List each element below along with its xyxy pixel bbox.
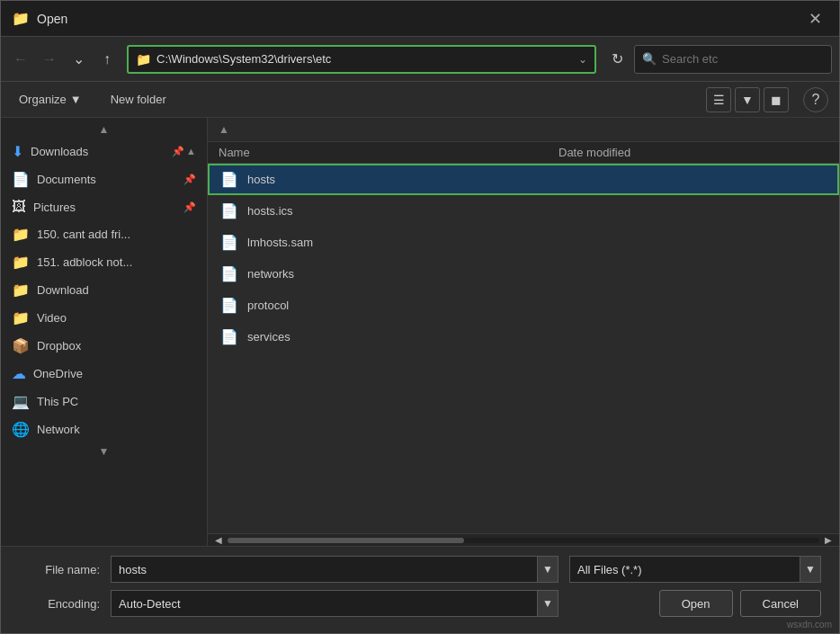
file-icon-services: 📄 (220, 328, 238, 345)
sidebar-folder1-label: 150. cant add fri... (37, 228, 196, 241)
hscroll-track[interactable] (228, 538, 819, 543)
filetype-select[interactable]: All Files (*.*) (569, 556, 800, 583)
file-name-lmhosts: lmhosts.sam (247, 236, 548, 249)
hscroll-right-arrow[interactable]: ▶ (821, 533, 836, 546)
chevron-up-icon: ▲ (186, 146, 196, 157)
dropdown-button[interactable]: ⌄ (66, 47, 91, 72)
address-bar[interactable]: 📁 C:\Windows\System32\drivers\etc ⌄ (127, 45, 596, 74)
column-name-header: Name (219, 146, 559, 159)
navbar: ← → ⌄ ↑ 📁 C:\Windows\System32\drivers\et… (1, 37, 839, 82)
sidebar-download-label: Download (37, 283, 196, 297)
up-button[interactable]: ↑ (94, 47, 120, 72)
encoding-row: Encoding: ▼ Open Cancel (19, 590, 821, 617)
sidebar-item-dropbox[interactable]: 📦 Dropbox (1, 332, 207, 360)
organize-chevron-icon: ▼ (70, 93, 82, 106)
file-item-lmhosts[interactable]: 📄 lmhosts.sam (208, 227, 839, 258)
refresh-button[interactable]: ↻ (603, 46, 630, 73)
sidebar-item-pictures[interactable]: 🖼 Pictures 📌 (1, 193, 207, 220)
thispc-icon: 💻 (12, 393, 30, 410)
titlebar-left: 📁 Open (12, 10, 67, 28)
filename-input[interactable] (111, 556, 537, 583)
file-name-hosts-ics: hosts.ics (247, 204, 548, 218)
search-bar: 🔍 (634, 45, 832, 74)
view-dropdown-button[interactable]: ▼ (735, 87, 760, 112)
file-name-services: services (247, 330, 548, 344)
sidebar-item-documents[interactable]: 📄 Documents 📌 (1, 165, 207, 193)
filetype-dropdown-button[interactable]: ▼ (800, 556, 821, 583)
list-view-button[interactable]: ☰ (706, 87, 731, 112)
sidebar-folder2-label: 151. adblock not... (37, 255, 196, 269)
watermark: wsxdn.com (787, 620, 832, 630)
sidebar-item-network[interactable]: 🌐 Network (1, 415, 207, 443)
file-icon-protocol: 📄 (220, 297, 238, 314)
open-button[interactable]: Open (659, 590, 733, 617)
sidebar-item-thispc[interactable]: 💻 This PC (1, 388, 207, 415)
sort-up-icon: ▲ (219, 123, 229, 136)
folder2-icon: 📁 (12, 254, 30, 271)
sidebar-item-folder2[interactable]: 📁 151. adblock not... (1, 248, 207, 276)
open-dialog: 📁 Open ✕ ← → ⌄ ↑ 📁 C:\Windows\System32\d… (0, 0, 840, 634)
sidebar-network-label: Network (37, 423, 196, 436)
downloads-icon: ⬇ (12, 143, 23, 160)
sidebar-item-onedrive[interactable]: ☁ OneDrive (1, 360, 207, 388)
sidebar-thispc-label: This PC (37, 395, 196, 408)
dropbox-icon: 📦 (12, 337, 30, 354)
column-headers: Name Date modified (208, 142, 839, 164)
pictures-icon: 🖼 (12, 199, 26, 215)
sidebar-dropbox-label: Dropbox (37, 339, 196, 353)
pin-icon: 📌 (172, 146, 184, 157)
sidebar-item-download[interactable]: 📁 Download (1, 276, 207, 304)
sidebar-pictures-label: Pictures (33, 201, 176, 214)
encoding-input[interactable] (111, 590, 537, 617)
file-item-protocol[interactable]: 📄 protocol (208, 290, 839, 321)
sidebar-item-video[interactable]: 📁 Video (1, 304, 207, 332)
new-folder-button[interactable]: New folder (103, 89, 174, 110)
onedrive-icon: ☁ (12, 365, 26, 382)
filename-input-wrap: ▼ (111, 556, 559, 583)
file-item-networks[interactable]: 📄 networks (208, 258, 839, 290)
documents-icon: 📄 (12, 171, 30, 188)
encoding-label: Encoding: (19, 597, 100, 611)
titlebar: 📁 Open ✕ (1, 1, 839, 37)
sidebar: ▲ ⬇ Downloads 📌 ▲ 📄 Documents 📌 (1, 118, 208, 546)
sidebar-onedrive-label: OneDrive (33, 367, 196, 380)
file-list: 📄 hosts 📄 hosts.ics 📄 lmhosts.sam 📄 (208, 164, 839, 533)
address-text: C:\Windows\System32\drivers\etc (156, 52, 573, 66)
close-button[interactable]: ✕ (801, 5, 828, 32)
filename-label: File name: (19, 563, 100, 576)
encoding-dropdown-button[interactable]: ▼ (537, 590, 559, 617)
file-name-protocol: protocol (247, 299, 548, 312)
file-item-hosts-ics[interactable]: 📄 hosts.ics (208, 195, 839, 227)
file-item-services[interactable]: 📄 services (208, 321, 839, 353)
hscroll-left-arrow[interactable]: ◀ (211, 533, 226, 546)
view-buttons: ☰ ▼ ◼ (706, 87, 789, 112)
cancel-button[interactable]: Cancel (740, 590, 821, 617)
pin-icon-3: 📌 (183, 201, 196, 213)
file-name-networks: networks (247, 267, 548, 281)
search-icon: 🔍 (642, 52, 657, 66)
column-date-header: Date modified (559, 146, 828, 159)
back-button[interactable]: ← (8, 47, 33, 72)
organize-button[interactable]: Organize ▼ (12, 89, 89, 110)
filename-dropdown-button[interactable]: ▼ (537, 556, 559, 583)
hscroll-thumb (228, 538, 464, 543)
sidebar-item-downloads[interactable]: ⬇ Downloads 📌 ▲ (1, 138, 207, 165)
horizontal-scrollbar: ◀ ▶ (208, 533, 839, 546)
file-item-hosts[interactable]: 📄 hosts (208, 164, 839, 195)
file-icon-hosts-ics: 📄 (220, 202, 238, 219)
sidebar-scroll-down[interactable]: ▼ (1, 443, 207, 460)
sidebar-video-label: Video (37, 311, 196, 325)
sidebar-documents-label: Documents (37, 173, 176, 186)
main-content: ▲ ⬇ Downloads 📌 ▲ 📄 Documents 📌 (1, 118, 839, 546)
help-button[interactable]: ? (803, 87, 828, 112)
sidebar-scroll-up[interactable]: ▲ (1, 121, 207, 138)
forward-button[interactable]: → (37, 47, 62, 72)
network-icon: 🌐 (12, 421, 30, 438)
file-area: ▲ Name Date modified 📄 hosts 📄 hosts.ics (208, 118, 839, 546)
details-view-button[interactable]: ◼ (764, 87, 789, 112)
new-folder-label: New folder (111, 93, 166, 106)
address-chevron-icon: ⌄ (578, 53, 587, 66)
search-input[interactable] (662, 52, 824, 66)
bottom-panel: File name: ▼ All Files (*.*) ▼ Encoding:… (1, 546, 839, 633)
sidebar-item-folder1[interactable]: 📁 150. cant add fri... (1, 220, 207, 248)
